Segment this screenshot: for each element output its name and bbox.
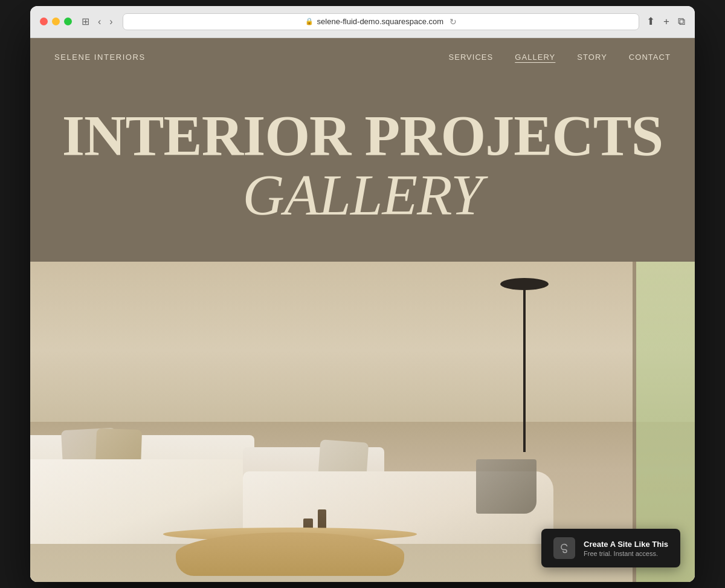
cta-title: Create A Site Like This — [584, 540, 668, 549]
coffee-table — [163, 528, 417, 576]
hero-image-section: Create A Site Like This Free trial. Inst… — [30, 262, 695, 582]
hero-title-line2: GALLERY — [54, 165, 671, 226]
traffic-lights — [40, 18, 72, 25]
url-text: selene-fluid-demo.squarespace.com — [317, 17, 444, 26]
hero-title-line1: INTERIOR PROJECTS — [54, 107, 671, 165]
forward-button[interactable]: › — [107, 16, 115, 28]
browser-actions: ⬆ + ⧉ — [646, 16, 685, 27]
sidebar-toggle-button[interactable]: ⊞ — [79, 16, 92, 28]
squarespace-logo-svg — [558, 541, 571, 555]
address-bar[interactable]: 🔒 selene-fluid-demo.squarespace.com ↻ — [123, 13, 639, 30]
cta-banner[interactable]: Create A Site Like This Free trial. Inst… — [541, 529, 680, 567]
squarespace-icon — [553, 537, 575, 559]
floor-lamp — [500, 278, 549, 290]
site-content: SELENE INTERIORS SERVICES GALLERY STORY … — [30, 38, 695, 583]
room-wall — [30, 262, 695, 438]
nav-link-contact[interactable]: CONTACT — [629, 53, 671, 62]
nav-link-gallery[interactable]: GALLERY — [515, 53, 555, 62]
nav-links: SERVICES GALLERY STORY CONTACT — [448, 53, 671, 62]
table-base — [176, 532, 404, 576]
browser-controls: ⊞ ‹ › — [79, 16, 115, 28]
site-nav: SELENE INTERIORS SERVICES GALLERY STORY … — [30, 38, 695, 77]
site-logo[interactable]: SELENE INTERIORS — [54, 53, 146, 62]
nav-link-story[interactable]: STORY — [577, 53, 607, 62]
cta-text: Create A Site Like This Free trial. Inst… — [584, 540, 668, 557]
traffic-light-close[interactable] — [40, 18, 48, 25]
back-button[interactable]: ‹ — [95, 16, 103, 28]
nav-link-services[interactable]: SERVICES — [448, 53, 493, 62]
browser-window: ⊞ ‹ › 🔒 selene-fluid-demo.squarespace.co… — [30, 6, 695, 583]
lamp-head — [500, 278, 549, 290]
throw-blanket — [476, 459, 536, 514]
cta-subtitle: Free trial. Instant access. — [584, 550, 668, 557]
lock-icon: 🔒 — [305, 18, 314, 25]
new-tab-button[interactable]: + — [663, 16, 669, 27]
hero-text-section: INTERIOR PROJECTS GALLERY — [30, 77, 695, 262]
tab-switcher-button[interactable]: ⧉ — [678, 16, 685, 27]
browser-chrome: ⊞ ‹ › 🔒 selene-fluid-demo.squarespace.co… — [30, 6, 695, 38]
reload-icon[interactable]: ↻ — [450, 17, 457, 27]
traffic-light-minimize[interactable] — [52, 18, 60, 25]
share-button[interactable]: ⬆ — [646, 16, 655, 27]
traffic-light-fullscreen[interactable] — [64, 18, 72, 25]
room-scene: Create A Site Like This Free trial. Inst… — [30, 262, 695, 582]
